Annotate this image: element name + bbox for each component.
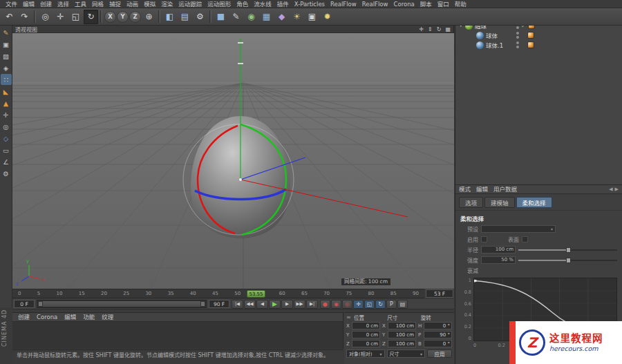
range-bar[interactable] [38, 301, 205, 307]
separator[interactable] [34, 10, 36, 23]
apply-button[interactable]: 应用 [427, 349, 452, 358]
polygons-mode-icon[interactable]: ▲ [1, 97, 12, 108]
texture-mode-icon[interactable]: ▨ [1, 50, 12, 61]
add-light-button[interactable]: ✹ [320, 10, 334, 24]
rotate-view-icon[interactable]: ↻ [437, 26, 442, 32]
phong-tag-icon[interactable] [527, 32, 534, 39]
menubar-item[interactable]: 帮助 [452, 0, 469, 8]
lock-y-button[interactable]: Y [117, 11, 129, 23]
coordinate-field[interactable]: 0 cm [352, 322, 380, 329]
pan-view-icon[interactable]: ✛ [419, 26, 424, 32]
strength-field[interactable]: 50 % [481, 256, 516, 264]
lock-z-button[interactable]: Z [129, 11, 141, 23]
size-mode-dropdown[interactable]: 尺寸 [387, 349, 426, 358]
menubar-item[interactable]: 运动图形 [205, 0, 234, 8]
menubar-item[interactable]: 流水线 [251, 0, 274, 8]
workplane-lock-icon[interactable]: ▭ [1, 144, 12, 155]
coord-system-button[interactable]: ⊕ [142, 10, 156, 24]
scale-button[interactable]: ◱ [68, 10, 83, 24]
separator[interactable] [209, 10, 211, 23]
range-handle-left[interactable] [38, 301, 43, 307]
lock-x-button[interactable]: X [104, 11, 116, 23]
edges-mode-icon[interactable]: ◣ [1, 86, 12, 97]
strength-slider[interactable] [518, 256, 617, 264]
radius-field[interactable]: 100 cm [481, 246, 516, 253]
quantize-icon[interactable]: ∠ [1, 156, 12, 167]
record-scale-toggle[interactable]: ◱ [364, 300, 375, 309]
coordinate-field[interactable]: 100 cm [388, 340, 416, 347]
attribute-menu-item[interactable]: 模式 [459, 185, 471, 193]
menubar-item[interactable]: 窗口 [435, 0, 452, 8]
add-deformer-button[interactable]: ◆ [274, 10, 289, 24]
attribute-tab[interactable]: 建模轴 [484, 197, 515, 208]
toggle-views-icon[interactable]: ▦ [445, 26, 451, 32]
coordinate-field[interactable]: 0 ° [424, 322, 452, 329]
prev-frame-button[interactable]: ◀ [256, 300, 268, 309]
menubar-item[interactable]: 动画 [124, 0, 141, 8]
record-position-toggle[interactable]: ✛ [353, 300, 364, 309]
move-button[interactable]: ✛ [53, 10, 68, 24]
object-row[interactable]: 球体.1 [455, 40, 622, 50]
material-list-area[interactable] [12, 322, 343, 349]
visibility-dots[interactable] [516, 32, 519, 39]
points-mode-icon[interactable]: ∷ [1, 74, 12, 85]
menubar-item[interactable]: 脚本 [417, 0, 435, 8]
current-frame-field[interactable]: 53 F [426, 289, 453, 298]
add-generator-button[interactable]: ◉ [244, 10, 258, 24]
redo-button[interactable]: ↷ [17, 10, 32, 24]
goto-start-button[interactable]: |◀ [232, 300, 243, 309]
visibility-dots[interactable] [516, 41, 519, 48]
radius-slider[interactable] [518, 246, 617, 253]
coordinate-field[interactable]: 0 ° [424, 340, 452, 347]
menubar-item[interactable]: 选择 [55, 0, 72, 8]
menubar-item[interactable]: 网格 [89, 0, 106, 8]
coordinate-field[interactable]: 100 cm [388, 322, 416, 329]
coordinate-field[interactable]: 0 cm [352, 331, 380, 338]
live-selection-button[interactable]: ◎ [38, 10, 53, 24]
attribute-tab[interactable]: 选项 [459, 197, 483, 208]
record-parameter-toggle[interactable]: P [386, 300, 397, 309]
modeling-settings-icon[interactable]: ⚙ [1, 168, 12, 179]
autokey-button[interactable]: ◉ [331, 300, 341, 309]
zoom-view-icon[interactable]: ⇕ [428, 26, 433, 32]
workplane-mode-icon[interactable]: ◈ [1, 62, 12, 73]
add-spline-button[interactable]: ✎ [229, 10, 243, 24]
keyframe-selection-button[interactable]: ◎ [342, 300, 352, 309]
enable-checkbox[interactable] [481, 236, 487, 242]
object-row[interactable]: 球体 [455, 30, 622, 40]
material-menu-item[interactable]: 纹理 [102, 313, 113, 321]
coordinate-field[interactable]: 90 ° [424, 331, 452, 338]
range-end-field[interactable]: 90 F [209, 300, 229, 308]
add-environment-button[interactable]: ☀ [290, 10, 304, 24]
goto-end-button[interactable]: ▶| [306, 300, 318, 309]
attribute-menu-item[interactable]: 用户数据 [493, 185, 517, 193]
menubar-item[interactable]: 运动跟踪 [176, 0, 205, 8]
coordinate-system-dropdown[interactable]: 对象(相对) [346, 349, 385, 358]
coordinate-field[interactable]: 100 cm [388, 331, 416, 338]
record-keyframe-button[interactable]: ● [320, 300, 330, 309]
add-modeling-button[interactable]: ▦ [259, 10, 274, 24]
coordinate-field[interactable]: 0 cm [352, 340, 380, 347]
menubar-item[interactable]: 文件 [3, 0, 20, 8]
make-editable-icon[interactable]: ✎ [1, 27, 12, 38]
menubar-item[interactable]: 模拟 [141, 0, 158, 8]
render-settings-button[interactable]: ⚙ [193, 10, 207, 24]
attribute-tab[interactable]: 柔和选择 [516, 197, 552, 208]
next-frame-button[interactable]: ▶ [281, 300, 293, 309]
separator[interactable] [100, 10, 102, 23]
menubar-item[interactable]: RealFlow [328, 0, 359, 8]
record-rotation-toggle[interactable]: ↻ [375, 300, 386, 309]
viewport-title[interactable]: 透视视图 [15, 26, 37, 33]
enable-snap-icon[interactable]: ◇ [1, 133, 12, 144]
material-menu-item[interactable]: 编辑 [64, 313, 76, 321]
surface-checkbox[interactable] [522, 236, 528, 242]
next-key-button[interactable]: ▶▶ [294, 300, 305, 309]
panel-menu-icon[interactable]: ≡ [346, 314, 351, 320]
enable-axis-icon[interactable]: ✛ [1, 109, 12, 120]
undo-button[interactable]: ↶ [2, 10, 17, 24]
timeline-playhead[interactable]: 53.55 [247, 290, 265, 298]
curve-start-handle[interactable] [474, 280, 477, 282]
material-menu-item[interactable]: Corona [37, 313, 57, 321]
menubar-item[interactable]: 渲染 [158, 0, 176, 8]
menubar-item[interactable]: 捕捉 [106, 0, 124, 8]
